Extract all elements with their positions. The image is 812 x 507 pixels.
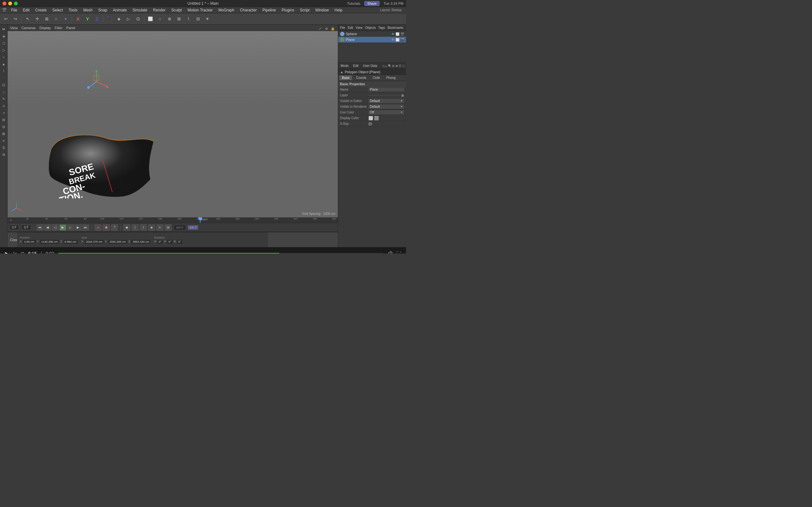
- phong-tab[interactable]: Phong: [384, 75, 398, 80]
- pos-x[interactable]: 4.69 cm: [23, 240, 36, 244]
- menu-sculpt[interactable]: Sculpt: [169, 7, 184, 13]
- menu-snap[interactable]: Snap: [96, 7, 110, 13]
- array-tool[interactable]: ⊞: [174, 14, 183, 23]
- scale-tool[interactable]: ⊞: [42, 14, 51, 23]
- menu-select[interactable]: Select: [50, 7, 65, 13]
- right-file-tab[interactable]: File: [340, 26, 345, 30]
- move-tool[interactable]: ✛: [33, 14, 42, 23]
- size-z[interactable]: 3853.434 cm: [131, 240, 150, 244]
- layer-value[interactable]: [368, 95, 401, 96]
- timeline-playhead[interactable]: 216 F: [200, 217, 200, 223]
- knife-tool[interactable]: ⚔: [1, 103, 7, 109]
- magnet-tool[interactable]: ⌖: [1, 110, 7, 116]
- play-btn[interactable]: ▶: [59, 224, 66, 231]
- menu-render[interactable]: Render: [151, 7, 168, 13]
- menu-simulate[interactable]: Simulate: [130, 7, 150, 13]
- view-cube-button[interactable]: ⬛: [105, 14, 114, 23]
- menu-motiontracker[interactable]: Motion Tracker: [185, 7, 215, 13]
- x-axis-button[interactable]: X: [73, 14, 83, 23]
- grid-tool[interactable]: ⊟: [194, 14, 202, 23]
- model-tool[interactable]: M: [1, 26, 7, 32]
- close-button[interactable]: [3, 2, 6, 5]
- menu-window[interactable]: Window: [313, 7, 332, 13]
- paint-tool[interactable]: ✎: [1, 96, 7, 102]
- sphere-object-item[interactable]: Sphere 👁 ⬜ 🎬: [338, 31, 406, 37]
- mode-tab[interactable]: Mode: [339, 63, 350, 68]
- right-tags-tab[interactable]: Tags: [378, 26, 385, 30]
- key-extra-btn[interactable]: ≡: [156, 224, 163, 231]
- menu-create[interactable]: Create: [33, 7, 49, 13]
- cloth-tab[interactable]: Cloth: [370, 75, 383, 80]
- menu-pipeline[interactable]: Pipeline: [260, 7, 278, 13]
- menu-animate[interactable]: Animate: [110, 7, 130, 13]
- play-reverse-btn[interactable]: ◀: [44, 224, 51, 231]
- object-tool[interactable]: ◈: [1, 33, 7, 39]
- menu-tools[interactable]: Tools: [66, 7, 80, 13]
- key-prev-btn[interactable]: ⟨: [132, 224, 139, 231]
- record-btn[interactable]: ●: [95, 224, 101, 231]
- edge-tool[interactable]: ⌇: [1, 68, 7, 74]
- use-color-value[interactable]: Off: [368, 110, 404, 114]
- scene-tool[interactable]: ⬡: [1, 40, 7, 46]
- pos-y[interactable]: 1140.496 cm: [40, 240, 59, 244]
- viewport-filter-menu[interactable]: Filter: [55, 26, 62, 30]
- menu-edit[interactable]: Edit: [20, 7, 32, 13]
- visible-renderer-value[interactable]: Default: [368, 105, 404, 109]
- y-axis-button[interactable]: Y: [83, 14, 92, 23]
- color-swatch-2[interactable]: [374, 116, 379, 120]
- play-forward-btn[interactable]: ▶: [74, 224, 82, 231]
- go-to-end-btn[interactable]: ⏭: [82, 224, 89, 231]
- visible-editor-value[interactable]: Default: [368, 99, 404, 103]
- color-swatch-1[interactable]: [368, 116, 373, 120]
- size-y[interactable]: 1565.206 cm: [108, 240, 127, 244]
- weight-tool[interactable]: $: [1, 145, 7, 151]
- snap-sidebar-tool[interactable]: ⊟: [1, 124, 7, 130]
- menu-plugins[interactable]: Plugins: [279, 7, 297, 13]
- step-forward-btn[interactable]: ▷: [67, 224, 74, 231]
- right-objects-tab[interactable]: Objects: [365, 26, 376, 30]
- menu-file[interactable]: File: [9, 7, 20, 13]
- go-to-start-btn[interactable]: ⏮: [37, 224, 44, 231]
- sphere-tool[interactable]: ○: [155, 14, 164, 23]
- edit-tab[interactable]: Edit: [352, 63, 360, 68]
- step-back-btn[interactable]: ◁: [52, 224, 59, 231]
- coords-tab[interactable]: Coords: [353, 75, 368, 80]
- undo-button[interactable]: ↩: [1, 14, 10, 23]
- menu-help[interactable]: Help: [332, 7, 345, 13]
- mirror-tool[interactable]: ⊞: [1, 117, 7, 123]
- keyframe-btn[interactable]: ◆: [123, 224, 131, 231]
- viewport-cameras-menu[interactable]: Cameras: [21, 26, 36, 30]
- player-play-btn[interactable]: ▶: [5, 250, 9, 254]
- animate-tool[interactable]: ▷: [1, 47, 7, 53]
- rot-b[interactable]: 0°: [177, 240, 183, 244]
- help-btn[interactable]: ?: [111, 224, 118, 231]
- frame-input[interactable]: 0 F: [21, 225, 31, 230]
- right-view-tab[interactable]: View: [356, 26, 362, 30]
- uv-tool[interactable]: ⊡: [1, 82, 7, 88]
- nurbs-tool[interactable]: ⊛: [165, 14, 174, 23]
- viewport-maximize-btn[interactable]: ⤢: [317, 26, 322, 31]
- menu-script[interactable]: Script: [297, 7, 312, 13]
- player-extra-icon[interactable]: ⊡: [20, 251, 24, 253]
- share-button[interactable]: Share: [364, 1, 380, 6]
- 3d-viewport[interactable]: Perspective: [8, 31, 338, 217]
- menu-mesh[interactable]: Mesh: [81, 7, 95, 13]
- spline-tool[interactable]: ⌇: [184, 14, 193, 23]
- extra-tool[interactable]: ⚙: [1, 152, 7, 158]
- redo-button[interactable]: ↪: [11, 14, 20, 23]
- key-next-btn[interactable]: ⟩: [140, 224, 147, 231]
- name-value[interactable]: Plane: [368, 88, 404, 92]
- current-frame-display[interactable]: 0 F: [9, 225, 19, 230]
- sculpt-sidebar-tool[interactable]: ⌂: [1, 89, 7, 95]
- pos-z[interactable]: 6.894 cm: [63, 240, 78, 244]
- material-button[interactable]: ◈: [114, 14, 123, 23]
- region-render-button[interactable]: ⊡: [134, 14, 142, 23]
- userdata-tab[interactable]: User Data: [362, 63, 378, 68]
- viewport-lock-btn[interactable]: 🔒: [330, 26, 335, 31]
- render-button[interactable]: ▷: [124, 14, 133, 23]
- right-edit-tab[interactable]: Edit: [348, 26, 353, 30]
- menu-character[interactable]: Character: [238, 7, 259, 13]
- player-volume-icon[interactable]: 🔊: [387, 251, 393, 253]
- rot-h[interactable]: 0°: [158, 240, 163, 244]
- point-tool[interactable]: ·: [1, 75, 7, 81]
